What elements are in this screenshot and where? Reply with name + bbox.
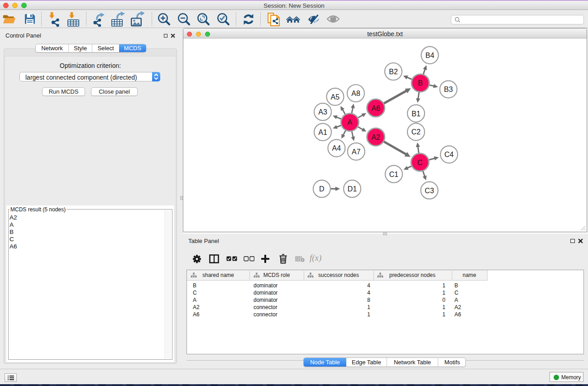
svg-text:A6: A6: [371, 105, 380, 112]
svg-text:C3: C3: [425, 187, 434, 195]
svg-text:B2: B2: [389, 68, 398, 76]
svg-text:A2: A2: [371, 133, 380, 141]
svg-text:D1: D1: [348, 185, 357, 193]
svg-text:A4: A4: [332, 144, 341, 152]
svg-text:A8: A8: [351, 90, 360, 97]
svg-text:C2: C2: [411, 128, 421, 136]
svg-text:C4: C4: [445, 151, 454, 158]
svg-text:B: B: [418, 79, 423, 87]
svg-text:A7: A7: [352, 148, 361, 156]
svg-text:B1: B1: [411, 110, 421, 118]
svg-text:A3: A3: [318, 108, 327, 116]
svg-text:B3: B3: [444, 86, 453, 93]
svg-text:D: D: [319, 185, 325, 193]
svg-text:C: C: [417, 159, 423, 167]
svg-text:A1: A1: [318, 129, 327, 136]
svg-text:A5: A5: [331, 93, 340, 101]
svg-text:B4: B4: [425, 52, 435, 59]
svg-text:A: A: [348, 119, 353, 126]
svg-text:C1: C1: [389, 171, 399, 178]
